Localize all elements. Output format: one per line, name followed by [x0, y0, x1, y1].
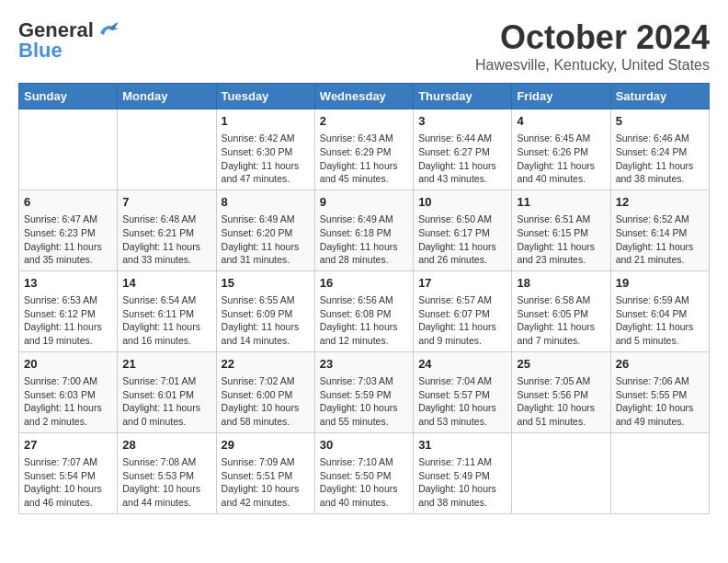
weekday-header-thursday: Thursday — [414, 84, 512, 109]
day-info: Sunrise: 6:47 AM — [24, 213, 112, 226]
day-info: Sunset: 6:11 PM — [122, 307, 210, 321]
day-info: Sunset: 6:20 PM — [222, 226, 310, 240]
day-info: Sunset: 5:57 PM — [418, 388, 506, 402]
day-info: Sunset: 5:55 PM — [616, 388, 704, 402]
calendar-cell: 8Sunrise: 6:49 AMSunset: 6:20 PMDaylight… — [216, 190, 314, 270]
calendar-cell: 20Sunrise: 7:00 AMSunset: 6:03 PMDayligh… — [19, 351, 118, 432]
day-info: Sunset: 6:07 PM — [418, 307, 506, 321]
calendar-cell — [118, 109, 216, 190]
calendar-cell: 7Sunrise: 6:48 AMSunset: 6:21 PMDaylight… — [118, 190, 216, 270]
day-info: Sunrise: 7:05 AM — [517, 374, 605, 388]
day-number: 11 — [517, 194, 605, 211]
day-info: Sunrise: 6:51 AM — [517, 213, 605, 226]
day-number: 30 — [320, 437, 408, 454]
weekday-header-wednesday: Wednesday — [314, 84, 413, 109]
day-info: Sunrise: 7:08 AM — [122, 455, 210, 469]
day-info: Sunrise: 7:07 AM — [24, 455, 112, 469]
weekday-header-sunday: Sunday — [19, 84, 118, 109]
calendar-cell: 24Sunrise: 7:04 AMSunset: 5:57 PMDayligh… — [414, 351, 512, 432]
day-info: Sunset: 6:00 PM — [222, 388, 310, 402]
calendar-cell: 18Sunrise: 6:58 AMSunset: 6:05 PMDayligh… — [512, 270, 610, 351]
day-info: Sunrise: 6:50 AM — [418, 213, 506, 226]
calendar-cell: 31Sunrise: 7:11 AMSunset: 5:49 PMDayligh… — [414, 432, 512, 513]
day-info: Sunrise: 7:06 AM — [616, 374, 704, 388]
weekday-header-monday: Monday — [118, 84, 216, 109]
day-info: Daylight: 11 hours and 12 minutes. — [320, 320, 408, 347]
day-info: Daylight: 11 hours and 38 minutes. — [616, 159, 704, 186]
day-info: Daylight: 11 hours and 19 minutes. — [24, 320, 112, 347]
calendar-cell: 11Sunrise: 6:51 AMSunset: 6:15 PMDayligh… — [512, 190, 610, 270]
day-number: 22 — [222, 356, 310, 373]
calendar-cell: 30Sunrise: 7:10 AMSunset: 5:50 PMDayligh… — [314, 432, 413, 513]
logo-blue: Blue — [18, 39, 63, 63]
day-info: Sunset: 6:08 PM — [320, 307, 408, 321]
day-info: Sunrise: 7:00 AM — [24, 374, 112, 388]
week-row-1: 1Sunrise: 6:42 AMSunset: 6:30 PMDaylight… — [19, 109, 710, 190]
day-info: Sunset: 6:09 PM — [222, 307, 310, 321]
calendar-cell: 25Sunrise: 7:05 AMSunset: 5:56 PMDayligh… — [512, 351, 610, 432]
day-info: Daylight: 11 hours and 45 minutes. — [320, 159, 408, 186]
day-info: Daylight: 11 hours and 14 minutes. — [222, 320, 310, 347]
day-info: Sunrise: 7:10 AM — [320, 455, 408, 469]
day-info: Daylight: 10 hours and 40 minutes. — [320, 482, 408, 509]
day-info: Sunset: 5:59 PM — [320, 388, 408, 402]
weekday-header-friday: Friday — [512, 84, 610, 109]
day-info: Sunrise: 7:03 AM — [320, 374, 408, 388]
calendar-table: SundayMondayTuesdayWednesdayThursdayFrid… — [18, 83, 710, 514]
day-info: Sunrise: 6:55 AM — [222, 293, 310, 307]
calendar-cell: 28Sunrise: 7:08 AMSunset: 5:53 PMDayligh… — [118, 432, 216, 513]
day-number: 4 — [517, 113, 605, 130]
week-row-4: 20Sunrise: 7:00 AMSunset: 6:03 PMDayligh… — [19, 351, 710, 432]
day-number: 16 — [320, 275, 408, 292]
calendar-cell: 17Sunrise: 6:57 AMSunset: 6:07 PMDayligh… — [414, 270, 512, 351]
week-row-3: 13Sunrise: 6:53 AMSunset: 6:12 PMDayligh… — [19, 270, 710, 351]
day-info: Sunrise: 6:48 AM — [122, 213, 210, 226]
day-info: Sunrise: 6:46 AM — [616, 132, 704, 145]
day-info: Sunrise: 6:44 AM — [418, 132, 506, 145]
day-number: 9 — [320, 194, 408, 211]
day-info: Daylight: 11 hours and 31 minutes. — [222, 240, 310, 267]
day-info: Daylight: 11 hours and 43 minutes. — [418, 159, 506, 186]
day-number: 6 — [24, 194, 112, 211]
day-info: Daylight: 11 hours and 23 minutes. — [517, 240, 605, 267]
day-info: Sunrise: 6:52 AM — [616, 213, 704, 226]
calendar-cell: 21Sunrise: 7:01 AMSunset: 6:01 PMDayligh… — [118, 351, 216, 432]
day-info: Sunrise: 7:01 AM — [122, 374, 210, 388]
day-number: 13 — [24, 275, 112, 292]
day-info: Sunrise: 7:02 AM — [222, 374, 310, 388]
day-info: Daylight: 11 hours and 28 minutes. — [320, 240, 408, 267]
day-info: Sunset: 6:21 PM — [122, 226, 210, 240]
calendar-cell: 10Sunrise: 6:50 AMSunset: 6:17 PMDayligh… — [414, 190, 512, 270]
day-info: Daylight: 11 hours and 9 minutes. — [418, 320, 506, 347]
day-info: Sunset: 5:53 PM — [122, 469, 210, 483]
day-info: Sunrise: 6:49 AM — [320, 213, 408, 226]
calendar-cell: 29Sunrise: 7:09 AMSunset: 5:51 PMDayligh… — [216, 432, 314, 513]
calendar-cell: 26Sunrise: 7:06 AMSunset: 5:55 PMDayligh… — [610, 351, 709, 432]
day-number: 25 — [517, 356, 605, 373]
day-info: Daylight: 10 hours and 38 minutes. — [418, 482, 506, 509]
day-info: Daylight: 11 hours and 0 minutes. — [122, 401, 210, 428]
day-info: Sunrise: 7:09 AM — [222, 455, 310, 469]
day-number: 18 — [517, 275, 605, 292]
day-info: Sunrise: 6:59 AM — [616, 293, 704, 307]
day-info: Sunrise: 6:43 AM — [320, 132, 408, 145]
day-info: Sunset: 6:18 PM — [320, 226, 408, 240]
calendar-cell: 15Sunrise: 6:55 AMSunset: 6:09 PMDayligh… — [216, 270, 314, 351]
page-header: General Blue October 2024 Hawesville, Ke… — [18, 18, 710, 74]
day-info: Sunset: 6:23 PM — [24, 226, 112, 240]
day-number: 7 — [122, 194, 210, 211]
day-info: Daylight: 11 hours and 33 minutes. — [122, 240, 210, 267]
calendar-cell: 9Sunrise: 6:49 AMSunset: 6:18 PMDaylight… — [314, 190, 413, 270]
day-info: Daylight: 11 hours and 7 minutes. — [517, 320, 605, 347]
calendar-cell: 19Sunrise: 6:59 AMSunset: 6:04 PMDayligh… — [610, 270, 709, 351]
logo-bird-icon — [97, 20, 122, 40]
calendar-cell: 1Sunrise: 6:42 AMSunset: 6:30 PMDaylight… — [216, 109, 314, 190]
day-info: Daylight: 11 hours and 21 minutes. — [616, 240, 704, 267]
calendar-title: October 2024 — [475, 18, 710, 57]
day-info: Daylight: 10 hours and 55 minutes. — [320, 401, 408, 428]
day-number: 15 — [222, 275, 310, 292]
day-number: 12 — [616, 194, 704, 211]
day-info: Sunrise: 6:42 AM — [222, 132, 310, 145]
calendar-cell: 27Sunrise: 7:07 AMSunset: 5:54 PMDayligh… — [19, 432, 118, 513]
day-info: Daylight: 11 hours and 2 minutes. — [24, 401, 112, 428]
